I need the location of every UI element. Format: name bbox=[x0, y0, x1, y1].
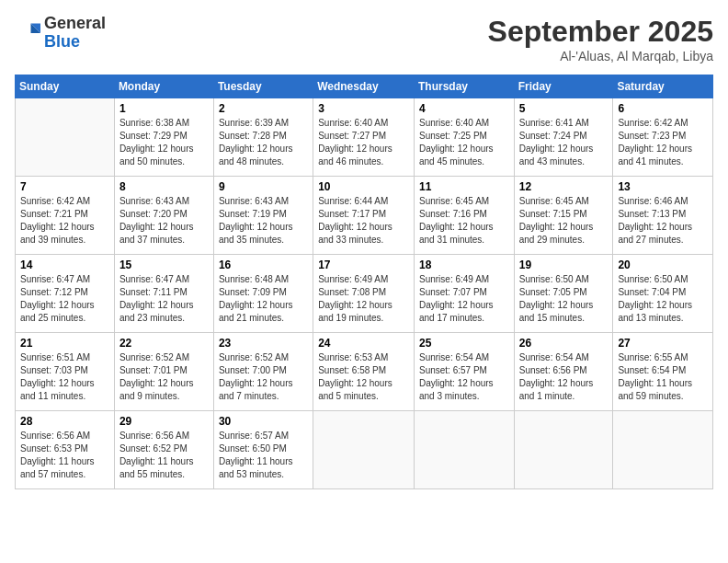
calendar-cell: 3Sunrise: 6:40 AM Sunset: 7:27 PM Daylig… bbox=[313, 98, 415, 177]
day-info: Sunrise: 6:41 AM Sunset: 7:24 PM Dayligh… bbox=[519, 117, 609, 168]
month-title: September 2025 bbox=[488, 15, 713, 49]
day-info: Sunrise: 6:56 AM Sunset: 6:53 PM Dayligh… bbox=[20, 430, 109, 481]
day-number: 22 bbox=[119, 337, 209, 350]
day-number: 24 bbox=[318, 337, 409, 350]
calendar-cell: 25Sunrise: 6:54 AM Sunset: 6:57 PM Dayli… bbox=[414, 333, 514, 411]
logo-icon bbox=[15, 20, 40, 46]
calendar-cell: 14Sunrise: 6:47 AM Sunset: 7:12 PM Dayli… bbox=[16, 255, 115, 333]
calendar-cell: 11Sunrise: 6:45 AM Sunset: 7:16 PM Dayli… bbox=[414, 177, 514, 255]
day-info: Sunrise: 6:42 AM Sunset: 7:21 PM Dayligh… bbox=[20, 195, 109, 247]
calendar-cell: 8Sunrise: 6:43 AM Sunset: 7:20 PM Daylig… bbox=[114, 177, 213, 255]
day-info: Sunrise: 6:49 AM Sunset: 7:07 PM Dayligh… bbox=[419, 273, 509, 325]
calendar-cell bbox=[313, 411, 415, 489]
calendar-cell: 2Sunrise: 6:39 AM Sunset: 7:28 PM Daylig… bbox=[213, 98, 313, 177]
day-info: Sunrise: 6:52 AM Sunset: 7:01 PM Dayligh… bbox=[119, 351, 209, 403]
logo-blue: Blue bbox=[44, 33, 106, 52]
day-info: Sunrise: 6:39 AM Sunset: 7:28 PM Dayligh… bbox=[219, 117, 308, 168]
day-number: 1 bbox=[119, 102, 209, 115]
page-header: General Blue September 2025 Al-'Aluas, A… bbox=[15, 15, 713, 63]
day-number: 6 bbox=[618, 102, 708, 115]
day-number: 7 bbox=[20, 180, 109, 193]
calendar-cell: 4Sunrise: 6:40 AM Sunset: 7:25 PM Daylig… bbox=[414, 98, 514, 177]
calendar-cell: 5Sunrise: 6:41 AM Sunset: 7:24 PM Daylig… bbox=[514, 98, 613, 177]
day-info: Sunrise: 6:57 AM Sunset: 6:50 PM Dayligh… bbox=[219, 430, 308, 481]
day-number: 29 bbox=[119, 415, 209, 428]
calendar-cell: 30Sunrise: 6:57 AM Sunset: 6:50 PM Dayli… bbox=[213, 411, 313, 489]
calendar-cell: 6Sunrise: 6:42 AM Sunset: 7:23 PM Daylig… bbox=[613, 98, 713, 177]
calendar-cell: 21Sunrise: 6:51 AM Sunset: 7:03 PM Dayli… bbox=[16, 333, 115, 411]
calendar-cell: 22Sunrise: 6:52 AM Sunset: 7:01 PM Dayli… bbox=[114, 333, 213, 411]
week-row-3: 14Sunrise: 6:47 AM Sunset: 7:12 PM Dayli… bbox=[16, 255, 713, 333]
logo: General Blue bbox=[15, 15, 106, 52]
day-info: Sunrise: 6:43 AM Sunset: 7:19 PM Dayligh… bbox=[219, 195, 308, 247]
calendar-cell: 20Sunrise: 6:50 AM Sunset: 7:04 PM Dayli… bbox=[613, 255, 713, 333]
week-row-5: 28Sunrise: 6:56 AM Sunset: 6:53 PM Dayli… bbox=[16, 411, 713, 489]
day-number: 3 bbox=[318, 102, 409, 115]
calendar-cell: 27Sunrise: 6:55 AM Sunset: 6:54 PM Dayli… bbox=[613, 333, 713, 411]
day-info: Sunrise: 6:51 AM Sunset: 7:03 PM Dayligh… bbox=[20, 351, 109, 403]
day-number: 18 bbox=[419, 259, 509, 271]
day-number: 15 bbox=[119, 259, 209, 271]
day-number: 8 bbox=[119, 180, 209, 193]
day-info: Sunrise: 6:54 AM Sunset: 6:57 PM Dayligh… bbox=[419, 351, 509, 403]
location-subtitle: Al-'Aluas, Al Marqab, Libya bbox=[488, 49, 713, 63]
day-number: 4 bbox=[419, 102, 509, 115]
calendar-cell: 17Sunrise: 6:49 AM Sunset: 7:08 PM Dayli… bbox=[313, 255, 415, 333]
week-row-2: 7Sunrise: 6:42 AM Sunset: 7:21 PM Daylig… bbox=[16, 177, 713, 255]
day-info: Sunrise: 6:43 AM Sunset: 7:20 PM Dayligh… bbox=[119, 195, 209, 247]
day-info: Sunrise: 6:55 AM Sunset: 6:54 PM Dayligh… bbox=[618, 351, 708, 403]
day-number: 12 bbox=[519, 180, 609, 193]
day-number: 10 bbox=[318, 180, 409, 193]
day-number: 16 bbox=[219, 259, 308, 271]
logo-general: General bbox=[44, 15, 106, 33]
calendar-cell: 16Sunrise: 6:48 AM Sunset: 7:09 PM Dayli… bbox=[213, 255, 313, 333]
calendar-cell: 23Sunrise: 6:52 AM Sunset: 7:00 PM Dayli… bbox=[213, 333, 313, 411]
day-info: Sunrise: 6:48 AM Sunset: 7:09 PM Dayligh… bbox=[219, 273, 308, 325]
calendar-cell: 10Sunrise: 6:44 AM Sunset: 7:17 PM Dayli… bbox=[313, 177, 415, 255]
calendar-cell: 1Sunrise: 6:38 AM Sunset: 7:29 PM Daylig… bbox=[114, 98, 213, 177]
day-info: Sunrise: 6:49 AM Sunset: 7:08 PM Dayligh… bbox=[318, 273, 409, 325]
day-number: 19 bbox=[519, 259, 609, 271]
calendar-cell: 28Sunrise: 6:56 AM Sunset: 6:53 PM Dayli… bbox=[16, 411, 115, 489]
calendar-table: SundayMondayTuesdayWednesdayThursdayFrid… bbox=[15, 75, 713, 489]
day-number: 21 bbox=[20, 337, 109, 350]
calendar-cell bbox=[613, 411, 713, 489]
day-number: 9 bbox=[219, 180, 308, 193]
day-info: Sunrise: 6:50 AM Sunset: 7:05 PM Dayligh… bbox=[519, 273, 609, 325]
day-number: 13 bbox=[618, 180, 708, 193]
day-info: Sunrise: 6:53 AM Sunset: 6:58 PM Dayligh… bbox=[318, 351, 409, 403]
day-info: Sunrise: 6:42 AM Sunset: 7:23 PM Dayligh… bbox=[618, 117, 708, 168]
day-info: Sunrise: 6:40 AM Sunset: 7:27 PM Dayligh… bbox=[318, 117, 409, 168]
day-number: 26 bbox=[519, 337, 609, 350]
day-header-sunday: Sunday bbox=[16, 75, 115, 98]
calendar-cell bbox=[514, 411, 613, 489]
day-number: 23 bbox=[219, 337, 308, 350]
day-info: Sunrise: 6:45 AM Sunset: 7:15 PM Dayligh… bbox=[519, 195, 609, 247]
day-number: 30 bbox=[219, 415, 308, 428]
day-number: 2 bbox=[219, 102, 308, 115]
day-number: 17 bbox=[318, 259, 409, 271]
day-info: Sunrise: 6:40 AM Sunset: 7:25 PM Dayligh… bbox=[419, 117, 509, 168]
calendar-cell: 24Sunrise: 6:53 AM Sunset: 6:58 PM Dayli… bbox=[313, 333, 415, 411]
day-header-monday: Monday bbox=[114, 75, 213, 98]
week-row-1: 1Sunrise: 6:38 AM Sunset: 7:29 PM Daylig… bbox=[16, 98, 713, 177]
day-header-thursday: Thursday bbox=[414, 75, 514, 98]
day-number: 14 bbox=[20, 259, 109, 271]
week-row-4: 21Sunrise: 6:51 AM Sunset: 7:03 PM Dayli… bbox=[16, 333, 713, 411]
day-number: 11 bbox=[419, 180, 509, 193]
calendar-cell bbox=[414, 411, 514, 489]
calendar-cell: 13Sunrise: 6:46 AM Sunset: 7:13 PM Dayli… bbox=[613, 177, 713, 255]
logo-text: General Blue bbox=[44, 15, 106, 52]
calendar-cell: 15Sunrise: 6:47 AM Sunset: 7:11 PM Dayli… bbox=[114, 255, 213, 333]
day-info: Sunrise: 6:50 AM Sunset: 7:04 PM Dayligh… bbox=[618, 273, 708, 325]
calendar-cell bbox=[16, 98, 115, 177]
day-info: Sunrise: 6:47 AM Sunset: 7:12 PM Dayligh… bbox=[20, 273, 109, 325]
calendar-cell: 18Sunrise: 6:49 AM Sunset: 7:07 PM Dayli… bbox=[414, 255, 514, 333]
day-header-wednesday: Wednesday bbox=[313, 75, 415, 98]
day-info: Sunrise: 6:44 AM Sunset: 7:17 PM Dayligh… bbox=[318, 195, 409, 247]
title-block: September 2025 Al-'Aluas, Al Marqab, Lib… bbox=[488, 15, 713, 63]
day-number: 28 bbox=[20, 415, 109, 428]
day-number: 25 bbox=[419, 337, 509, 350]
day-number: 20 bbox=[618, 259, 708, 271]
day-header-friday: Friday bbox=[514, 75, 613, 98]
